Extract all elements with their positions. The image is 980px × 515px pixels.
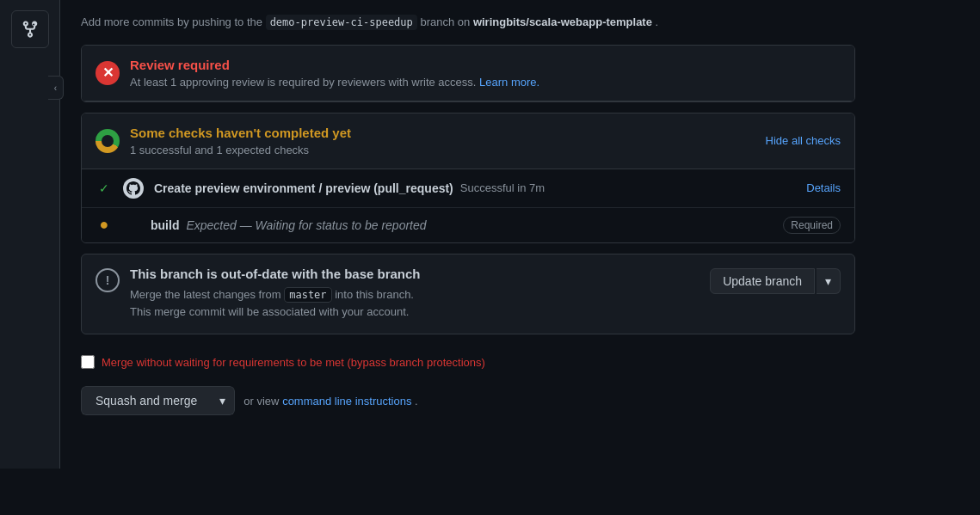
check-item-preview: ✓ Create preview environment / preview (… [82,169,854,208]
review-required-section: ✕ Review required At least 1 approving r… [81,45,855,102]
bypass-checkbox[interactable] [81,355,95,369]
collapse-icon: ‹ [54,83,57,93]
merge-icon[interactable] [11,10,49,48]
or-view-text: or view command line instructions . [243,395,417,408]
checks-title: Some checks haven't completed yet [130,126,755,140]
checks-header-content: Some checks haven't completed yet 1 succ… [130,126,755,156]
check-item-build-name: build [151,218,179,232]
squash-dropdown-icon: ▾ [219,394,225,408]
bypass-label: Merge without waiting for requirements t… [102,356,485,369]
check-success-icon: ✓ [96,180,113,197]
squash-merge-button-group: Squash and merge ▾ [81,386,235,415]
checks-section: Some checks haven't completed yet 1 succ… [81,113,855,243]
merge-section: Squash and merge ▾ or view command line … [81,379,855,422]
checks-header: Some checks haven't completed yet 1 succ… [82,113,854,169]
required-badge: Required [783,217,841,234]
repo-link[interactable]: wiringbits/scala-webapp-template [473,15,652,28]
squash-merge-main-button[interactable]: Squash and merge [81,386,211,415]
check-item-preview-time: Successful in 7m [460,181,545,194]
sidebar-collapse-button[interactable]: ‹ [48,76,64,100]
intro-text: Add more commits by pushing to the demo-… [81,14,855,31]
check-item-preview-info: Create preview environment / preview (pu… [154,181,796,195]
update-branch-dropdown-button[interactable]: ▾ [817,268,841,294]
check-item-build: ● build Expected — Waiting for status to… [82,208,854,242]
warning-icon: ! [96,268,120,292]
sidebar [0,0,60,469]
checks-list: ✓ Create preview environment / preview (… [82,169,854,242]
branch-header: ! This branch is out-of-date with the ba… [82,254,854,334]
check-item-preview-name: Create preview environment / preview (pu… [154,181,453,195]
checks-subtitle: 1 successful and 1 expected checks [130,144,755,156]
check-item-build-desc: Expected — Waiting for status to be repo… [186,218,426,232]
learn-more-link[interactable]: Learn more. [479,76,539,89]
spinner-icon [96,129,120,153]
bypass-section: Merge without waiting for requirements t… [81,345,855,379]
command-line-link[interactable]: command line instructions [282,395,411,408]
master-branch-code: master [284,287,331,303]
update-branch-button[interactable]: Update branch [710,268,815,294]
branch-actions: Update branch ▾ [710,268,841,294]
branch-section: ! This branch is out-of-date with the ba… [81,254,855,335]
dropdown-icon: ▾ [825,274,831,288]
branch-title: This branch is out-of-date with the base… [130,267,700,281]
github-icon [123,178,144,199]
check-pending-icon: ● [96,217,113,234]
branch-info: This branch is out-of-date with the base… [130,267,700,322]
review-required-subtitle: At least 1 approving review is required … [130,76,841,89]
squash-merge-dropdown-button[interactable]: ▾ [211,386,235,415]
error-icon: ✕ [96,61,120,85]
check-details-button[interactable]: Details [806,181,841,194]
review-required-header: ✕ Review required At least 1 approving r… [82,46,854,101]
review-required-title: Review required [130,58,841,72]
hide-checks-button[interactable]: Hide all checks [766,134,841,147]
review-required-content: Review required At least 1 approving rev… [130,58,841,89]
main-content: Add more commits by pushing to the demo-… [60,0,980,469]
check-item-build-info: build Expected — Waiting for status to b… [151,218,773,232]
branch-desc: Merge the latest changes from master int… [130,286,700,322]
branch-name: demo-preview-ci-speedup [266,15,417,30]
